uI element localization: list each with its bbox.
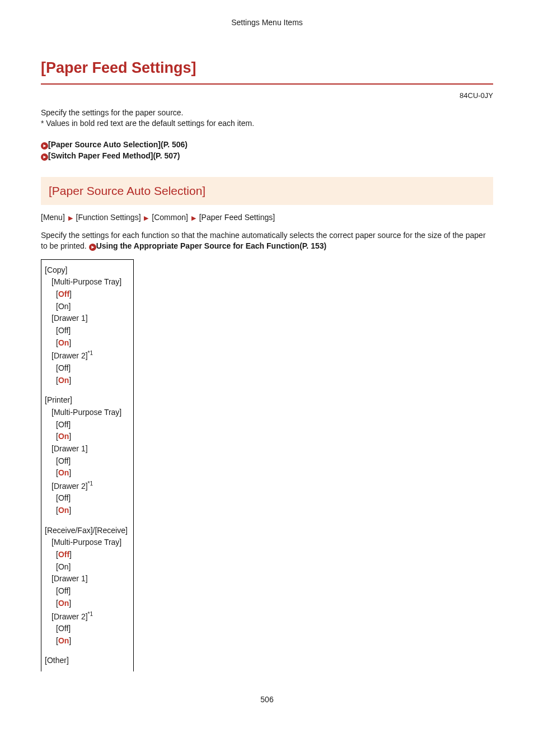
settings-values-box: [Copy] [Multi-Purpose Tray] [Off] [On] [… [41, 259, 134, 671]
document-id: 84CU-0JY [41, 90, 493, 101]
item-drawer-2: [Drawer 2]*1 [51, 479, 128, 492]
option-on-default: [On] [56, 375, 128, 387]
item-multi-purpose-tray: [Multi-Purpose Tray] [51, 536, 128, 549]
breadcrumb-item: [Function Settings] [76, 213, 141, 222]
default-value: On [58, 468, 69, 477]
footnote-ref: *1 [88, 611, 93, 617]
svg-marker-2 [91, 245, 94, 249]
title-rule [41, 83, 493, 85]
default-value: On [58, 376, 69, 385]
breadcrumb-item: [Menu] [41, 213, 65, 222]
drawer-2-label: [Drawer 2] [51, 612, 88, 620]
option-on-default: [On] [56, 467, 128, 479]
running-header: Settings Menu Items [41, 17, 493, 29]
link-switch-paper-feed-method[interactable]: [Switch Paper Feed Method](P. 507) [48, 151, 180, 160]
drawer-2-label: [Drawer 2] [51, 482, 88, 491]
default-value: Off [58, 550, 69, 559]
play-icon [41, 142, 48, 150]
option-on: [On] [56, 301, 128, 313]
option-on-default: [On] [56, 635, 128, 647]
option-off-default: [Off] [56, 288, 128, 301]
item-drawer-1: [Drawer 1] [51, 443, 128, 455]
option-off: [Off] [56, 585, 128, 598]
chevron-right-icon: ▶ [68, 213, 73, 223]
option-off: [Off] [56, 419, 128, 431]
drawer-2-label: [Drawer 2] [51, 351, 88, 360]
footnote-ref: *1 [88, 480, 93, 487]
svg-marker-1 [43, 156, 46, 159]
intro-text: Specify the settings for the paper sourc… [41, 108, 493, 129]
item-drawer-2: [Drawer 2]*1 [51, 610, 128, 623]
group-copy: [Copy] [45, 264, 128, 277]
option-off-default: [Off] [56, 549, 128, 561]
intro-line-1: Specify the settings for the paper sourc… [41, 108, 183, 117]
option-off: [Off] [56, 492, 128, 505]
group-printer: [Printer] [45, 394, 128, 407]
footnote-ref: *1 [88, 350, 93, 356]
intro-line-2: * Values in bold red text are the defaul… [41, 119, 254, 128]
default-value: On [58, 432, 69, 441]
link-appropriate-paper-source[interactable]: Using the Appropriate Paper Source for E… [96, 241, 327, 250]
play-icon [89, 244, 96, 251]
option-off: [Off] [56, 325, 128, 337]
option-off: [Off] [56, 362, 128, 375]
page-title: [Paper Feed Settings] [41, 57, 493, 81]
option-on: [On] [56, 561, 128, 573]
breadcrumb: [Menu] ▶ [Function Settings] ▶ [Common] … [41, 212, 493, 223]
option-on-default: [On] [56, 598, 128, 610]
group-receive-fax: [Receive/Fax]/[Receive] [45, 525, 128, 537]
option-off: [Off] [56, 455, 128, 468]
play-icon [41, 153, 48, 161]
group-other: [Other] [45, 655, 128, 667]
item-drawer-1: [Drawer 1] [51, 573, 128, 585]
option-on-default: [On] [56, 505, 128, 517]
section-header: [Paper Source Auto Selection] [41, 177, 493, 205]
chevron-right-icon: ▶ [191, 213, 196, 223]
link-paper-source-auto-selection[interactable]: [Paper Source Auto Selection](P. 506) [48, 140, 188, 149]
default-value: On [58, 599, 69, 608]
svg-marker-0 [43, 144, 46, 147]
breadcrumb-item: [Common] [152, 213, 188, 222]
option-off: [Off] [56, 623, 128, 635]
item-drawer-1: [Drawer 1] [51, 312, 128, 325]
breadcrumb-item: [Paper Feed Settings] [199, 213, 275, 222]
chevron-right-icon: ▶ [144, 213, 148, 223]
page-number: 506 [41, 694, 493, 706]
option-on-default: [On] [56, 431, 128, 443]
section-description: Specify the settings for each function s… [41, 230, 493, 251]
default-value: On [58, 506, 69, 515]
option-on-default: [On] [56, 337, 128, 349]
default-value: On [58, 338, 69, 347]
item-multi-purpose-tray: [Multi-Purpose Tray] [51, 407, 128, 419]
item-multi-purpose-tray: [Multi-Purpose Tray] [51, 276, 128, 288]
toc-link-list: [Paper Source Auto Selection](P. 506) [S… [41, 139, 493, 162]
default-value: Off [58, 290, 69, 298]
default-value: On [58, 636, 69, 645]
item-drawer-2: [Drawer 2]*1 [51, 349, 128, 362]
